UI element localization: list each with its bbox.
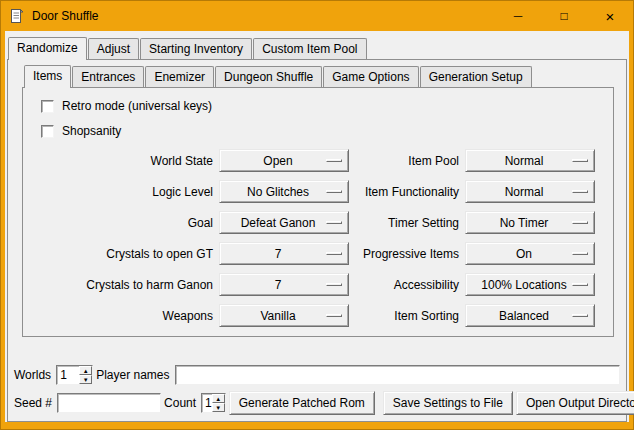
minimize-icon: ─ bbox=[514, 9, 523, 23]
worlds-spin-up-button[interactable]: ▲ bbox=[79, 366, 92, 375]
dropdown-indicator-icon bbox=[326, 252, 342, 255]
worlds-spinbox[interactable]: 1 ▲ ▼ bbox=[56, 365, 93, 385]
worlds-spin-buttons: ▲ ▼ bbox=[79, 366, 92, 384]
dropdown-indicator-icon bbox=[572, 159, 588, 162]
logic-level-dropdown[interactable]: No Glitches bbox=[219, 180, 349, 203]
spin-down-icon: ▼ bbox=[83, 377, 89, 383]
tab-enemizer[interactable]: Enemizer bbox=[145, 66, 214, 87]
dropdown-indicator-icon bbox=[326, 159, 342, 162]
seed-input[interactable] bbox=[57, 393, 161, 413]
count-label: Count bbox=[164, 396, 196, 410]
bottom-controls: Worlds 1 ▲ ▼ Player names Seed # Count bbox=[8, 365, 626, 421]
item-pool-value: Normal bbox=[505, 154, 544, 168]
shopsanity-label: Shopsanity bbox=[62, 124, 121, 138]
worlds-value: 1 bbox=[57, 366, 79, 384]
crystals-gt-label: Crystals to open GT bbox=[31, 247, 213, 261]
tab-generation-setup[interactable]: Generation Setup bbox=[420, 66, 532, 87]
dropdown-indicator-icon bbox=[572, 190, 588, 193]
count-value: 1 bbox=[202, 394, 212, 412]
outer-tab-bar: Randomize Adjust Starting Inventory Cust… bbox=[5, 34, 629, 59]
player-names-label: Player names bbox=[96, 368, 169, 382]
count-spin-down-button[interactable]: ▼ bbox=[212, 403, 225, 412]
maximize-button[interactable]: □ bbox=[541, 1, 587, 31]
spin-up-icon: ▲ bbox=[83, 368, 89, 374]
open-output-directory-button[interactable]: Open Output Directory bbox=[516, 391, 634, 415]
window-title: Door Shuffle bbox=[32, 9, 99, 23]
dropdown-indicator-icon bbox=[326, 190, 342, 193]
close-button[interactable]: × bbox=[587, 1, 633, 31]
tab-entrances[interactable]: Entrances bbox=[72, 66, 144, 87]
worlds-row: Worlds 1 ▲ ▼ Player names bbox=[14, 365, 620, 385]
dropdown-indicator-icon bbox=[572, 314, 588, 317]
crystals-ganon-dropdown[interactable]: 7 bbox=[219, 273, 349, 296]
item-functionality-value: Normal bbox=[505, 185, 544, 199]
dropdown-indicator-icon bbox=[326, 283, 342, 286]
tab-randomize[interactable]: Randomize bbox=[8, 37, 87, 60]
world-state-dropdown[interactable]: Open bbox=[219, 149, 349, 172]
spin-down-icon: ▼ bbox=[215, 405, 221, 411]
dropdown-indicator-icon bbox=[572, 252, 588, 255]
weapons-label: Weapons bbox=[31, 309, 213, 323]
maximize-icon: □ bbox=[560, 9, 567, 23]
item-pool-dropdown[interactable]: Normal bbox=[465, 149, 595, 172]
dropdown-indicator-icon bbox=[326, 314, 342, 317]
accessibility-value: 100% Locations bbox=[481, 278, 566, 292]
item-functionality-dropdown[interactable]: Normal bbox=[465, 180, 595, 203]
tab-dungeon-shuffle[interactable]: Dungeon Shuffle bbox=[215, 66, 322, 87]
world-state-label: World State bbox=[31, 154, 213, 168]
accessibility-dropdown[interactable]: 100% Locations bbox=[465, 273, 595, 296]
dropdown-indicator-icon bbox=[572, 221, 588, 224]
save-settings-button[interactable]: Save Settings to File bbox=[383, 391, 513, 415]
logic-level-label: Logic Level bbox=[31, 185, 213, 199]
client-area: Randomize Adjust Starting Inventory Cust… bbox=[5, 31, 629, 422]
timer-setting-label: Timer Setting bbox=[355, 216, 459, 230]
item-pool-label: Item Pool bbox=[355, 154, 459, 168]
generate-patched-rom-button[interactable]: Generate Patched Rom bbox=[229, 391, 375, 415]
worlds-spin-down-button[interactable]: ▼ bbox=[79, 375, 92, 384]
player-names-input[interactable] bbox=[175, 365, 621, 385]
progressive-items-value: On bbox=[516, 247, 532, 261]
seed-row: Seed # Count 1 ▲ ▼ Generate Patched Rom … bbox=[14, 391, 620, 415]
tab-game-options[interactable]: Game Options bbox=[323, 66, 418, 87]
retro-mode-checkbox[interactable] bbox=[41, 100, 54, 113]
weapons-dropdown[interactable]: Vanilla bbox=[219, 304, 349, 327]
items-pane: Retro mode (universal keys) Shopsanity W… bbox=[22, 87, 614, 337]
weapons-value: Vanilla bbox=[260, 309, 295, 323]
close-icon: × bbox=[606, 8, 615, 25]
accessibility-label: Accessibility bbox=[355, 278, 459, 292]
progressive-items-label: Progressive Items bbox=[355, 247, 459, 261]
tab-custom-item-pool[interactable]: Custom Item Pool bbox=[253, 38, 366, 59]
inner-tab-bar: Items Entrances Enemizer Dungeon Shuffle… bbox=[22, 64, 614, 87]
inner-notebook: Items Entrances Enemizer Dungeon Shuffle… bbox=[22, 64, 614, 337]
randomize-pane: Items Entrances Enemizer Dungeon Shuffle… bbox=[7, 59, 627, 422]
progressive-items-dropdown[interactable]: On bbox=[465, 242, 595, 265]
crystals-gt-dropdown[interactable]: 7 bbox=[219, 242, 349, 265]
dropdown-indicator-icon bbox=[572, 283, 588, 286]
tab-adjust[interactable]: Adjust bbox=[88, 38, 139, 59]
goal-dropdown[interactable]: Defeat Ganon bbox=[219, 211, 349, 234]
world-state-value: Open bbox=[263, 154, 292, 168]
count-spin-buttons: ▲ ▼ bbox=[212, 394, 225, 412]
app-icon bbox=[9, 8, 25, 24]
tab-items[interactable]: Items bbox=[24, 65, 71, 88]
spin-up-icon: ▲ bbox=[215, 396, 221, 402]
dropdown-grid: World State Open Item Pool Normal Logic … bbox=[31, 149, 613, 327]
timer-setting-dropdown[interactable]: No Timer bbox=[465, 211, 595, 234]
retro-mode-row: Retro mode (universal keys) bbox=[41, 99, 613, 113]
titlebar[interactable]: Door Shuffle ─ □ × bbox=[1, 1, 633, 31]
tab-starting-inventory[interactable]: Starting Inventory bbox=[140, 38, 252, 59]
timer-setting-value: No Timer bbox=[500, 216, 549, 230]
crystals-gt-value: 7 bbox=[275, 247, 282, 261]
shopsanity-row: Shopsanity bbox=[41, 124, 613, 138]
item-functionality-label: Item Functionality bbox=[355, 185, 459, 199]
minimize-button[interactable]: ─ bbox=[495, 1, 541, 31]
count-spinbox[interactable]: 1 ▲ ▼ bbox=[201, 393, 226, 413]
count-spin-up-button[interactable]: ▲ bbox=[212, 394, 225, 403]
app-window: Door Shuffle ─ □ × Randomize Adjust Star… bbox=[0, 0, 634, 430]
retro-mode-label: Retro mode (universal keys) bbox=[62, 99, 212, 113]
shopsanity-checkbox[interactable] bbox=[41, 125, 54, 138]
item-sorting-dropdown[interactable]: Balanced bbox=[465, 304, 595, 327]
item-sorting-value: Balanced bbox=[499, 309, 549, 323]
window-controls: ─ □ × bbox=[495, 1, 633, 31]
goal-label: Goal bbox=[31, 216, 213, 230]
